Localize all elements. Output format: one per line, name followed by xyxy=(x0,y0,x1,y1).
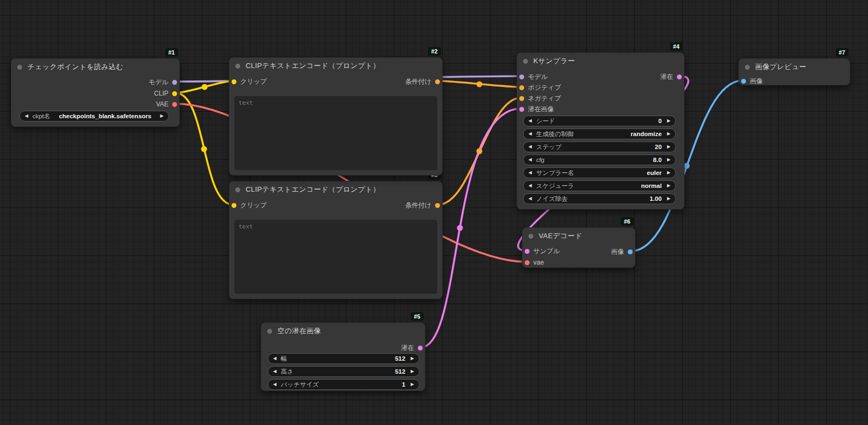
port-dot-latent[interactable] xyxy=(519,107,524,112)
node-header: 空の潜在画像 xyxy=(267,326,321,336)
node-title: 画像プレビュー xyxy=(755,62,806,72)
link-midpoint-dot xyxy=(202,84,208,90)
port-dot-conditioning[interactable] xyxy=(435,203,440,208)
port-dot-conditioning[interactable] xyxy=(519,85,524,90)
stepper-left-icon[interactable]: ◀ xyxy=(273,356,276,361)
node-clip-text-encode-negative[interactable]: #3 CLIPテキストエンコード（プロンプト） クリップ 条件付け xyxy=(229,181,443,299)
stepper-left-icon[interactable]: ◀ xyxy=(528,119,532,123)
input-port-samples[interactable]: サンプル xyxy=(525,247,560,255)
port-dot-clip[interactable] xyxy=(172,91,177,96)
node-vae-decode[interactable]: #6 VAEデコード サンプル vae 画像 xyxy=(522,227,635,268)
widget-steps[interactable]: ◀ ステップ 20 ▶ xyxy=(523,141,676,152)
node-title: Kサンプラー xyxy=(533,56,575,66)
stepper-right-icon[interactable]: ▶ xyxy=(411,382,414,387)
stepper-right-icon[interactable]: ▶ xyxy=(160,114,164,118)
stepper-right-icon[interactable]: ▶ xyxy=(667,158,670,162)
node-graph-canvas[interactable]: { "ui": { "arrow_left": "◀", "arrow_righ… xyxy=(0,0,868,425)
stepper-right-icon[interactable]: ▶ xyxy=(667,145,670,149)
stepper-right-icon[interactable]: ▶ xyxy=(411,369,414,374)
collapse-dot-icon[interactable] xyxy=(235,187,240,192)
input-port-image[interactable]: 画像 xyxy=(741,77,763,85)
widget-width[interactable]: ◀ 幅 512 ▶ xyxy=(268,353,419,364)
widget-control-after-generate[interactable]: ◀ 生成後の制御 randomize ▶ xyxy=(523,129,676,139)
node-id-badge: #4 xyxy=(670,42,683,51)
widget-ckpt-name[interactable]: ◀ ckpt名 checkpoints_blank.safetensors ▶ xyxy=(19,111,169,122)
widget-scheduler[interactable]: ◀ スケジューラ normal ▶ xyxy=(523,180,676,191)
collapse-dot-icon[interactable] xyxy=(267,329,272,334)
input-port-latent-image[interactable]: 潜在画像 xyxy=(519,105,554,113)
stepper-right-icon[interactable]: ▶ xyxy=(667,119,670,123)
node-load-checkpoint[interactable]: #1 チェックポイントを読み込む モデル CLIP VAE ◀ ckpt名 ch… xyxy=(11,58,180,127)
stepper-left-icon[interactable]: ◀ xyxy=(528,197,532,201)
node-header: Kサンプラー xyxy=(523,56,575,66)
stepper-right-icon[interactable]: ▶ xyxy=(667,171,670,175)
node-ksampler[interactable]: #4 Kサンプラー モデル ポジティブ ネガティブ 潜在画像 潜在 ◀ シード … xyxy=(517,52,684,210)
widget-sampler-name[interactable]: ◀ サンプラー名 euler ▶ xyxy=(523,167,676,178)
port-dot-vae[interactable] xyxy=(172,102,177,107)
widget-batch-size[interactable]: ◀ バッチサイズ 1 ▶ xyxy=(268,379,419,390)
link-midpoint-dot xyxy=(477,82,483,87)
input-port-clip[interactable]: クリップ xyxy=(232,201,267,209)
collapse-dot-icon[interactable] xyxy=(528,234,533,239)
port-dot-image[interactable] xyxy=(628,249,633,254)
port-dot-model[interactable] xyxy=(519,75,524,79)
port-dot-latent[interactable] xyxy=(418,346,423,350)
output-port-model[interactable]: モデル xyxy=(148,78,177,86)
stepper-left-icon[interactable]: ◀ xyxy=(528,132,532,136)
node-id-badge: #1 xyxy=(165,48,178,57)
port-dot-image[interactable] xyxy=(741,79,746,84)
link-midpoint-dot xyxy=(684,163,690,169)
output-port-image[interactable]: 画像 xyxy=(611,248,633,255)
port-dot-model[interactable] xyxy=(172,80,177,85)
node-header: 画像プレビュー xyxy=(745,62,806,72)
port-dot-conditioning[interactable] xyxy=(519,96,524,101)
link-midpoint-dot xyxy=(457,225,463,231)
collapse-dot-icon[interactable] xyxy=(17,65,22,70)
stepper-left-icon[interactable]: ◀ xyxy=(528,145,532,149)
stepper-left-icon[interactable]: ◀ xyxy=(273,382,276,387)
output-port-vae[interactable]: VAE xyxy=(156,100,177,108)
port-dot-clip[interactable] xyxy=(232,79,236,84)
input-port-positive[interactable]: ポジティブ xyxy=(519,84,561,91)
prompt-textarea[interactable] xyxy=(234,96,437,170)
port-dot-conditioning[interactable] xyxy=(435,79,440,84)
node-clip-text-encode-positive[interactable]: #2 CLIPテキストエンコード（プロンプト） クリップ 条件付け xyxy=(229,57,443,176)
output-port-conditioning[interactable]: 条件付け xyxy=(405,78,440,85)
stepper-right-icon[interactable]: ▶ xyxy=(667,132,670,136)
node-id-badge: #7 xyxy=(836,48,849,57)
stepper-right-icon[interactable]: ▶ xyxy=(667,197,670,201)
stepper-left-icon[interactable]: ◀ xyxy=(528,158,532,162)
node-title: チェックポイントを読み込む xyxy=(28,62,124,72)
stepper-left-icon[interactable]: ◀ xyxy=(528,171,532,175)
port-dot-latent[interactable] xyxy=(525,249,530,254)
collapse-dot-icon[interactable] xyxy=(235,64,240,69)
node-empty-latent-image[interactable]: #5 空の潜在画像 潜在 ◀ 幅 512 ▶ ◀ 高さ 512 ▶ ◀ バッチサ… xyxy=(261,322,425,391)
stepper-right-icon[interactable]: ▶ xyxy=(667,184,670,188)
output-port-conditioning[interactable]: 条件付け xyxy=(405,201,440,209)
widget-denoise[interactable]: ◀ ノイズ除去 1.00 ▶ xyxy=(523,193,676,204)
widget-seed[interactable]: ◀ シード 0 ▶ xyxy=(523,116,676,126)
widget-cfg[interactable]: ◀ cfg 8.0 ▶ xyxy=(523,154,676,165)
collapse-dot-icon[interactable] xyxy=(523,59,528,64)
input-port-negative[interactable]: ネガティブ xyxy=(519,95,561,102)
port-dot-latent[interactable] xyxy=(677,75,682,79)
output-port-latent[interactable]: 潜在 xyxy=(660,73,682,80)
stepper-left-icon[interactable]: ◀ xyxy=(273,369,276,374)
input-port-vae[interactable]: vae xyxy=(525,259,544,266)
stepper-left-icon[interactable]: ◀ xyxy=(25,114,28,118)
output-port-clip[interactable]: CLIP xyxy=(154,90,177,97)
stepper-right-icon[interactable]: ▶ xyxy=(411,356,414,361)
input-port-clip[interactable]: クリップ xyxy=(232,78,267,85)
node-header: CLIPテキストエンコード（プロンプト） xyxy=(235,185,380,194)
collapse-dot-icon[interactable] xyxy=(745,65,750,70)
link-midpoint-dot xyxy=(201,146,207,152)
prompt-textarea[interactable] xyxy=(234,220,437,294)
output-port-latent[interactable]: 潜在 xyxy=(401,344,423,352)
port-dot-clip[interactable] xyxy=(232,203,236,208)
stepper-left-icon[interactable]: ◀ xyxy=(528,184,532,188)
port-dot-vae[interactable] xyxy=(525,260,530,265)
input-port-model[interactable]: モデル xyxy=(519,73,548,80)
node-preview-image[interactable]: #7 画像プレビュー 画像 xyxy=(738,58,850,85)
widget-height[interactable]: ◀ 高さ 512 ▶ xyxy=(268,366,419,377)
node-header: VAEデコード xyxy=(528,231,582,241)
